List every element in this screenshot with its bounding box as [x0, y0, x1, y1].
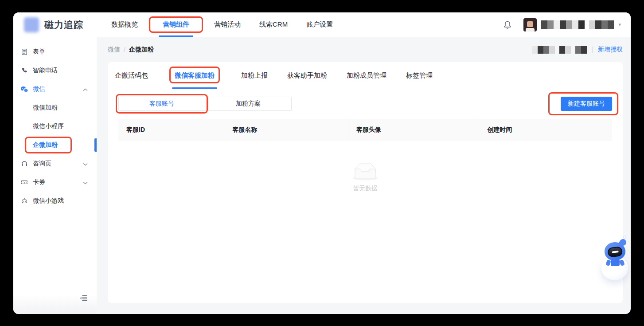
game-icon: [20, 197, 28, 205]
brand-name: 磁力追踪: [44, 19, 83, 31]
chevron-down-icon[interactable]: [83, 179, 88, 186]
sidebar-item-smart-phone[interactable]: 智能电话: [13, 61, 97, 80]
customer-service-bot-widget[interactable]: [599, 240, 631, 280]
empty-state-text: 暂无数据: [353, 185, 378, 192]
column-header-create-time: 创建时间: [479, 119, 612, 141]
sidebar-item-wechat-fans[interactable]: 微信加粉: [13, 98, 97, 117]
content-card: 企微活码包 微信客服加粉 加粉上报 获客助手加粉 加粉成员管理 标签管理: [108, 62, 623, 303]
breadcrumb-row: 微信 / 企微加粉 新增授权: [108, 37, 623, 62]
active-nav-underline: [159, 35, 193, 37]
sidebar: 表单 智能电话 微信 微信加粉: [13, 37, 97, 314]
segmented-control: 客服账号 加粉方案: [118, 97, 292, 111]
tab-qiwei-qrcode-pack[interactable]: 企微活码包: [115, 62, 148, 89]
sidebar-item-wechat-minigame[interactable]: 微信小游戏: [13, 192, 97, 210]
vertical-divider: [592, 47, 593, 53]
sidebar-item-wechat-miniprogram[interactable]: 微信小程序: [13, 117, 97, 136]
coupon-icon: [20, 178, 28, 186]
nav-item-leads-crm[interactable]: 线索CRM: [250, 12, 297, 37]
logo-image-redacted: [24, 17, 39, 32]
column-header-service-avatar: 客服头像: [348, 119, 479, 141]
service-account-table: 客服ID 客服名称 客服头像 创建时间 暂无数据: [118, 119, 612, 214]
wechat-icon: [20, 85, 28, 93]
sidebar-item-coupons[interactable]: 卡券: [13, 173, 97, 192]
sidebar-item-forms[interactable]: 表单: [13, 43, 97, 61]
chevron-down-icon[interactable]: [83, 160, 88, 167]
user-avatar[interactable]: [523, 18, 537, 31]
breadcrumb: 微信 / 企微加粉: [108, 46, 154, 54]
table-header: 客服ID 客服名称 客服头像 创建时间: [118, 119, 612, 141]
brand-logo[interactable]: 磁力追踪: [24, 17, 83, 32]
action-row: 客服账号 加粉方案 新建客服账号: [118, 97, 612, 111]
breadcrumb-current: 企微加粉: [129, 46, 154, 54]
table-body-empty: 暂无数据: [118, 141, 612, 214]
segment-service-account[interactable]: 客服账号: [118, 97, 205, 111]
notification-bell-icon[interactable]: [503, 20, 512, 29]
header-right-group: ▾: [503, 18, 621, 31]
headset-icon: [20, 160, 28, 168]
tab-label-management[interactable]: 标签管理: [406, 62, 433, 89]
phone-icon: [20, 67, 28, 75]
redacted-account-info: [532, 46, 587, 54]
tab-fans-member-management[interactable]: 加粉成员管理: [347, 62, 386, 89]
column-header-service-id: 客服ID: [118, 119, 224, 141]
form-icon: [20, 48, 28, 56]
sidebar-item-consult-page[interactable]: 咨询页: [13, 154, 97, 173]
app-window: 磁力追踪 数据概览 营销组件 营销活动 线索CRM 账户设置: [13, 12, 631, 314]
redacted-username[interactable]: [541, 20, 614, 29]
breadcrumb-parent[interactable]: 微信: [108, 46, 120, 54]
top-navigation: 数据概览 营销组件 营销活动 线索CRM 账户设置: [102, 12, 342, 37]
breadcrumb-right-group: 新增授权: [532, 46, 623, 54]
sub-tabs: 企微活码包 微信客服加粉 加粉上报 获客助手加粉 加粉成员管理 标签管理: [108, 62, 623, 89]
sidebar-item-qiwei-fans[interactable]: 企微加粉: [13, 136, 97, 154]
new-authorization-link[interactable]: 新增授权: [598, 46, 623, 54]
nav-item-account-settings[interactable]: 账户设置: [297, 12, 342, 37]
top-header: 磁力追踪 数据概览 营销组件 营销活动 线索CRM 账户设置: [13, 12, 631, 37]
chevron-down-icon[interactable]: ▾: [618, 22, 621, 27]
tab-wechat-service-fans[interactable]: 微信客服加粉: [175, 62, 215, 89]
segment-fans-plan[interactable]: 加粉方案: [205, 97, 292, 111]
empty-box-icon: [351, 163, 379, 181]
tab-fans-report[interactable]: 加粉上报: [241, 62, 268, 89]
tab-customer-assistant-fans[interactable]: 获客助手加粉: [287, 62, 327, 89]
sidebar-collapse-icon[interactable]: [80, 295, 88, 302]
breadcrumb-separator: /: [124, 46, 125, 53]
chevron-up-icon[interactable]: [83, 86, 88, 93]
nav-item-marketing-activities[interactable]: 营销活动: [205, 12, 250, 37]
nav-item-data-overview[interactable]: 数据概览: [102, 12, 147, 37]
active-tab-underline: [172, 87, 217, 89]
sidebar-item-wechat[interactable]: 微信: [13, 80, 97, 98]
column-header-service-name: 客服名称: [224, 119, 348, 141]
create-service-account-button[interactable]: 新建客服账号: [561, 97, 612, 111]
nav-item-marketing-components[interactable]: 营销组件: [153, 12, 199, 37]
